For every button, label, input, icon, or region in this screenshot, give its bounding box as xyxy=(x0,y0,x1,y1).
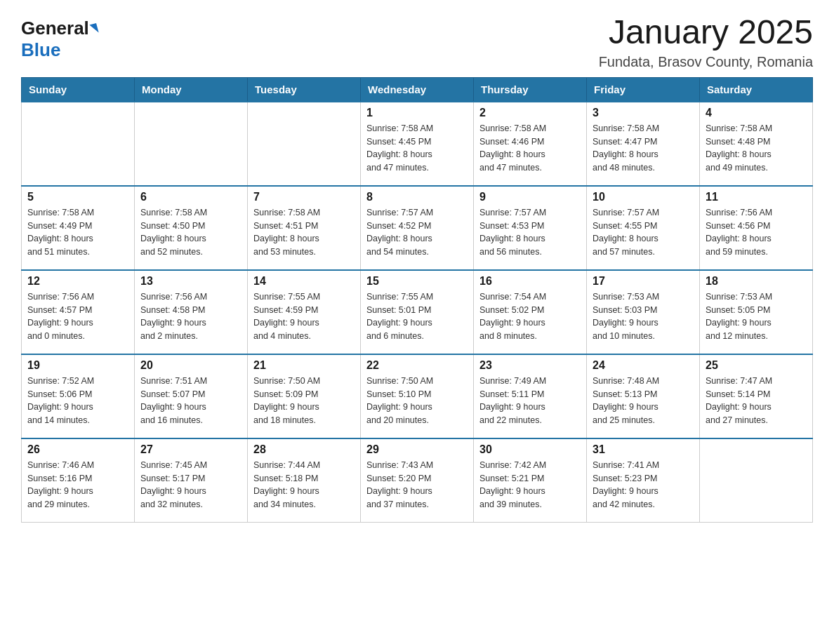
calendar-header-sunday: Sunday xyxy=(22,77,135,102)
calendar-table: SundayMondayTuesdayWednesdayThursdayFrid… xyxy=(21,77,813,523)
logo-blue-text: Blue xyxy=(21,39,60,61)
day-info: Sunrise: 7:58 AMSunset: 4:45 PMDaylight:… xyxy=(366,122,468,175)
day-number: 25 xyxy=(706,359,807,372)
day-info: Sunrise: 7:55 AMSunset: 4:59 PMDaylight:… xyxy=(253,290,355,343)
day-info: Sunrise: 7:43 AMSunset: 5:20 PMDaylight:… xyxy=(366,459,468,511)
calendar-header-saturday: Saturday xyxy=(700,77,813,102)
calendar-cell: 15Sunrise: 7:55 AMSunset: 5:01 PMDayligh… xyxy=(361,270,474,354)
month-title: January 2025 xyxy=(599,14,813,51)
day-info: Sunrise: 7:50 AMSunset: 5:09 PMDaylight:… xyxy=(253,375,355,427)
day-number: 14 xyxy=(253,275,355,288)
calendar-cell xyxy=(248,102,361,186)
calendar-cell: 17Sunrise: 7:53 AMSunset: 5:03 PMDayligh… xyxy=(587,270,700,354)
day-info: Sunrise: 7:58 AMSunset: 4:51 PMDaylight:… xyxy=(253,206,355,259)
day-number: 4 xyxy=(706,107,807,119)
day-info: Sunrise: 7:46 AMSunset: 5:16 PMDaylight:… xyxy=(27,459,128,511)
calendar-cell: 25Sunrise: 7:47 AMSunset: 5:14 PMDayligh… xyxy=(700,354,813,438)
calendar-cell: 31Sunrise: 7:41 AMSunset: 5:23 PMDayligh… xyxy=(587,438,700,523)
calendar-cell: 10Sunrise: 7:57 AMSunset: 4:55 PMDayligh… xyxy=(587,186,700,270)
calendar-header-row: SundayMondayTuesdayWednesdayThursdayFrid… xyxy=(22,77,813,102)
day-number: 19 xyxy=(27,359,128,372)
day-info: Sunrise: 7:54 AMSunset: 5:02 PMDaylight:… xyxy=(479,290,581,343)
day-info: Sunrise: 7:52 AMSunset: 5:06 PMDaylight:… xyxy=(27,375,128,427)
calendar-cell xyxy=(22,102,135,186)
day-info: Sunrise: 7:47 AMSunset: 5:14 PMDaylight:… xyxy=(706,375,807,427)
day-info: Sunrise: 7:48 AMSunset: 5:13 PMDaylight:… xyxy=(593,375,694,427)
calendar-cell: 18Sunrise: 7:53 AMSunset: 5:05 PMDayligh… xyxy=(700,270,813,354)
calendar-cell: 27Sunrise: 7:45 AMSunset: 5:17 PMDayligh… xyxy=(135,438,248,523)
calendar-cell: 19Sunrise: 7:52 AMSunset: 5:06 PMDayligh… xyxy=(22,354,135,438)
day-number: 13 xyxy=(140,275,241,288)
calendar-cell: 2Sunrise: 7:58 AMSunset: 4:46 PMDaylight… xyxy=(474,102,587,186)
day-number: 23 xyxy=(479,359,581,372)
day-info: Sunrise: 7:44 AMSunset: 5:18 PMDaylight:… xyxy=(253,459,355,511)
calendar-week-row-2: 5Sunrise: 7:58 AMSunset: 4:49 PMDaylight… xyxy=(22,186,813,270)
calendar-cell: 14Sunrise: 7:55 AMSunset: 4:59 PMDayligh… xyxy=(248,270,361,354)
day-info: Sunrise: 7:42 AMSunset: 5:21 PMDaylight:… xyxy=(479,459,581,511)
day-info: Sunrise: 7:58 AMSunset: 4:47 PMDaylight:… xyxy=(593,122,694,175)
day-number: 11 xyxy=(706,191,807,203)
calendar-cell: 30Sunrise: 7:42 AMSunset: 5:21 PMDayligh… xyxy=(474,438,587,523)
calendar-cell: 6Sunrise: 7:58 AMSunset: 4:50 PMDaylight… xyxy=(135,186,248,270)
day-number: 29 xyxy=(366,443,468,456)
logo-triangle-icon xyxy=(89,22,98,34)
day-info: Sunrise: 7:49 AMSunset: 5:11 PMDaylight:… xyxy=(479,375,581,427)
day-number: 10 xyxy=(593,191,694,203)
day-info: Sunrise: 7:58 AMSunset: 4:48 PMDaylight:… xyxy=(706,122,807,175)
calendar-cell: 13Sunrise: 7:56 AMSunset: 4:58 PMDayligh… xyxy=(135,270,248,354)
day-number: 21 xyxy=(253,359,355,372)
day-number: 20 xyxy=(140,359,241,372)
day-number: 26 xyxy=(27,443,128,456)
title-section: January 2025 Fundata, Brasov County, Rom… xyxy=(599,14,813,70)
day-number: 30 xyxy=(479,443,581,456)
day-number: 15 xyxy=(366,275,468,288)
calendar-header-wednesday: Wednesday xyxy=(361,77,474,102)
calendar-week-row-1: 1Sunrise: 7:58 AMSunset: 4:45 PMDaylight… xyxy=(22,102,813,186)
logo-general-text: General xyxy=(21,18,89,39)
calendar-week-row-3: 12Sunrise: 7:56 AMSunset: 4:57 PMDayligh… xyxy=(22,270,813,354)
calendar-cell: 8Sunrise: 7:57 AMSunset: 4:52 PMDaylight… xyxy=(361,186,474,270)
calendar-cell: 28Sunrise: 7:44 AMSunset: 5:18 PMDayligh… xyxy=(248,438,361,523)
logo: General Blue xyxy=(21,14,98,61)
calendar-week-row-4: 19Sunrise: 7:52 AMSunset: 5:06 PMDayligh… xyxy=(22,354,813,438)
page-header: General Blue January 2025 Fundata, Braso… xyxy=(21,14,813,70)
day-number: 7 xyxy=(253,191,355,203)
calendar-cell: 3Sunrise: 7:58 AMSunset: 4:47 PMDaylight… xyxy=(587,102,700,186)
day-number: 6 xyxy=(140,191,241,203)
day-number: 8 xyxy=(366,191,468,203)
day-number: 31 xyxy=(593,443,694,456)
calendar-cell: 21Sunrise: 7:50 AMSunset: 5:09 PMDayligh… xyxy=(248,354,361,438)
day-number: 9 xyxy=(479,191,581,203)
day-number: 24 xyxy=(593,359,694,372)
location-subtitle: Fundata, Brasov County, Romania xyxy=(599,54,813,70)
day-number: 22 xyxy=(366,359,468,372)
day-info: Sunrise: 7:51 AMSunset: 5:07 PMDaylight:… xyxy=(140,375,241,427)
day-info: Sunrise: 7:41 AMSunset: 5:23 PMDaylight:… xyxy=(593,459,694,511)
day-info: Sunrise: 7:45 AMSunset: 5:17 PMDaylight:… xyxy=(140,459,241,511)
day-info: Sunrise: 7:58 AMSunset: 4:46 PMDaylight:… xyxy=(479,122,581,175)
day-info: Sunrise: 7:56 AMSunset: 4:56 PMDaylight:… xyxy=(706,206,807,259)
calendar-week-row-5: 26Sunrise: 7:46 AMSunset: 5:16 PMDayligh… xyxy=(22,438,813,523)
day-info: Sunrise: 7:56 AMSunset: 4:58 PMDaylight:… xyxy=(140,290,241,343)
calendar-cell: 7Sunrise: 7:58 AMSunset: 4:51 PMDaylight… xyxy=(248,186,361,270)
calendar-cell: 11Sunrise: 7:56 AMSunset: 4:56 PMDayligh… xyxy=(700,186,813,270)
calendar-cell: 22Sunrise: 7:50 AMSunset: 5:10 PMDayligh… xyxy=(361,354,474,438)
calendar-cell: 20Sunrise: 7:51 AMSunset: 5:07 PMDayligh… xyxy=(135,354,248,438)
calendar-cell: 16Sunrise: 7:54 AMSunset: 5:02 PMDayligh… xyxy=(474,270,587,354)
day-number: 2 xyxy=(479,107,581,119)
calendar-header-thursday: Thursday xyxy=(474,77,587,102)
calendar-cell: 4Sunrise: 7:58 AMSunset: 4:48 PMDaylight… xyxy=(700,102,813,186)
day-info: Sunrise: 7:50 AMSunset: 5:10 PMDaylight:… xyxy=(366,375,468,427)
day-info: Sunrise: 7:58 AMSunset: 4:50 PMDaylight:… xyxy=(140,206,241,259)
day-info: Sunrise: 7:53 AMSunset: 5:03 PMDaylight:… xyxy=(593,290,694,343)
calendar-cell: 29Sunrise: 7:43 AMSunset: 5:20 PMDayligh… xyxy=(361,438,474,523)
calendar-cell: 9Sunrise: 7:57 AMSunset: 4:53 PMDaylight… xyxy=(474,186,587,270)
calendar-cell: 24Sunrise: 7:48 AMSunset: 5:13 PMDayligh… xyxy=(587,354,700,438)
day-number: 12 xyxy=(27,275,128,288)
day-number: 18 xyxy=(706,275,807,288)
calendar-cell xyxy=(135,102,248,186)
day-number: 3 xyxy=(593,107,694,119)
calendar-cell: 12Sunrise: 7:56 AMSunset: 4:57 PMDayligh… xyxy=(22,270,135,354)
calendar-cell: 26Sunrise: 7:46 AMSunset: 5:16 PMDayligh… xyxy=(22,438,135,523)
day-number: 17 xyxy=(593,275,694,288)
